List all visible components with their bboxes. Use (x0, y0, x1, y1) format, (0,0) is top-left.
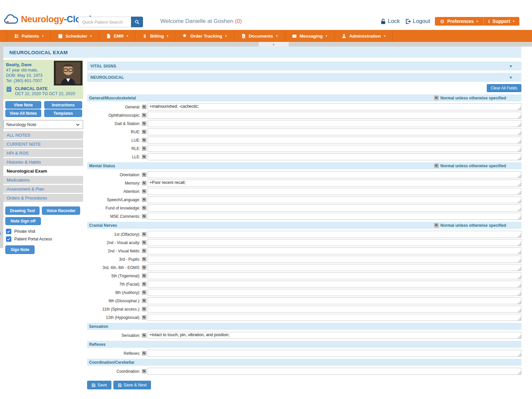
normal-toggle-button[interactable]: N (142, 299, 146, 303)
nav-item-order-tracking[interactable]: Order Tracking▾ (175, 30, 234, 42)
field-input-7th-facial[interactable] (148, 281, 521, 287)
normal-toggle-button[interactable]: N (142, 130, 146, 134)
nav-item-emr[interactable]: EMR▾ (99, 30, 135, 42)
normal-toggle-button[interactable]: N (142, 315, 146, 320)
clear-all-fields-button[interactable]: Clear All Fields (487, 84, 521, 92)
logout-button[interactable]: Logout (405, 18, 430, 25)
view-all-notes-button[interactable]: View All Notes (5, 109, 41, 117)
normal-toggle-button[interactable]: N (142, 173, 146, 177)
field-input-rue[interactable] (148, 129, 521, 135)
normal-toggle-button[interactable]: N (142, 290, 146, 295)
normal-toggle-button[interactable]: N (142, 105, 146, 109)
field-input-11th-spinal-access[interactable] (148, 306, 521, 312)
normal-toggle-button[interactable]: N (142, 138, 146, 142)
field-input-attention[interactable] (148, 188, 521, 195)
voice-recorder-button[interactable]: Voice Recorder (42, 206, 80, 215)
sidebar-item-all-notes[interactable]: ALL NOTES (3, 131, 83, 139)
field-input-12th-hypoglossal[interactable] (148, 314, 521, 321)
search-button[interactable] (131, 17, 143, 27)
normal-toggle-button[interactable]: N (142, 249, 146, 253)
sidebar-item-medications[interactable]: Medications (3, 176, 83, 184)
nav-item-label: Billing (150, 34, 164, 39)
sidebar-item-assessment-plan[interactable]: Assessment & Plan (3, 185, 83, 193)
normal-toggle-button[interactable]: N (142, 121, 146, 126)
field-input-mse-comments[interactable] (148, 213, 521, 219)
collapse-header-button[interactable]: ▲ (259, 42, 289, 47)
nav-item-messaging[interactable]: Messaging▾ (285, 30, 334, 42)
section-neurological[interactable]: NEUROLOGICAL ▼ (87, 73, 521, 82)
normal-toggle-button[interactable]: N (142, 333, 146, 337)
nav-item-scheduler[interactable]: Scheduler▾ (51, 30, 99, 42)
search-input[interactable] (78, 17, 131, 27)
normal-toggle-button[interactable]: N (142, 181, 146, 185)
normal-toggle-button[interactable]: N (142, 274, 146, 278)
field-input-speech-language[interactable] (148, 197, 521, 203)
field-input-sensation[interactable]: +intact to touch, pin, vibration, and po… (148, 332, 521, 338)
field-label-memory: Memory: (87, 181, 141, 186)
sidebar-item-neurological-exam[interactable]: Neurological Exam (3, 167, 83, 175)
field-input-8th-auditory[interactable] (148, 289, 521, 296)
normal-toggle-button[interactable]: N (142, 146, 146, 151)
instructions-button[interactable]: Instructions (44, 101, 82, 109)
normal-toggle-button[interactable]: N (142, 189, 146, 194)
normal-toggle-button[interactable]: N (142, 282, 146, 286)
normal-toggle-button[interactable]: N (142, 257, 146, 261)
save-button[interactable]: Save (87, 381, 111, 389)
field-input-3rd-pupils[interactable] (148, 256, 521, 262)
normal-toggle-button[interactable]: N (142, 198, 146, 202)
note-sign-off-button[interactable]: Note Sign off (5, 217, 41, 225)
save-next-button[interactable]: Save & Next (113, 381, 151, 389)
normal-toggle-button[interactable]: N (142, 307, 146, 311)
field-input-memory[interactable]: +Poor recent recall; (148, 180, 521, 186)
patient-portal-access-checkbox[interactable] (6, 236, 11, 242)
field-input-rle[interactable] (148, 145, 521, 152)
save-icon (118, 383, 122, 387)
field-input-5th-trigeminal[interactable] (148, 273, 521, 279)
field-input-coordination[interactable] (148, 368, 521, 374)
preferences-button[interactable]: ⚙Preferences▾ (435, 17, 483, 26)
nav-item-documents[interactable]: Documents▾ (234, 30, 285, 42)
calendar-icon (6, 86, 12, 92)
field-input-2nd-visual-fields[interactable] (148, 248, 521, 254)
support-button[interactable]: iSupport▾ (483, 17, 519, 26)
templates-button[interactable]: Templates (44, 109, 82, 117)
sign-note-button[interactable]: Sign Note (5, 245, 35, 254)
normal-toggle-button[interactable]: N (142, 351, 146, 355)
section-vital-signs[interactable]: VITAL SIGNS ▼ (87, 62, 521, 70)
sidebar-item-histories-habits[interactable]: Histories & Habits (3, 158, 83, 166)
nav-item-patients[interactable]: Patients▾ (7, 30, 51, 42)
normal-toggle-button[interactable]: N (142, 232, 146, 236)
normal-toggle-button[interactable]: N (142, 240, 146, 245)
normal-toggle-button[interactable]: N (142, 265, 146, 270)
sidebar-item-current-note[interactable]: CURRENT NOTE (3, 140, 83, 148)
field-label-9th-glossophar: 9th (Glossophar.): (87, 299, 141, 303)
field-input-lue[interactable] (148, 137, 521, 143)
sidebar-item-orders-procedures[interactable]: Orders & Procedures (3, 194, 83, 202)
nav-item-billing[interactable]: $Billing▾ (135, 30, 175, 42)
note-type-select[interactable]: Neurology Note (3, 120, 83, 129)
field-input-1st-olfactory[interactable] (148, 231, 521, 237)
view-note-button[interactable]: View Note (5, 101, 41, 109)
field-input-fund-of-knowledge[interactable] (148, 205, 521, 211)
field-input-3rd-4th-6th-eoms[interactable] (148, 264, 521, 271)
nav-item-administration[interactable]: Administration▾ (334, 30, 393, 42)
normal-toggle-button[interactable]: N (142, 155, 146, 159)
normal-toggle-button[interactable]: N (142, 369, 146, 373)
field-input-2nd-visual-acuity[interactable] (148, 239, 521, 246)
field-input-9th-glossophar[interactable] (148, 298, 521, 304)
field-input-general[interactable]: +malnourished; -cachectic; (148, 104, 521, 110)
field-input-reflexes[interactable] (148, 350, 521, 356)
field-input-gait-station[interactable] (148, 120, 521, 127)
caret-up-icon: ▲ (272, 43, 275, 46)
sidebar-collapse-strip[interactable]: › (0, 47, 3, 248)
normal-toggle-button[interactable]: N (142, 206, 146, 210)
sidebar-item-hpi-ros[interactable]: HPI & ROS (3, 149, 83, 157)
field-input-orientation[interactable] (148, 172, 521, 178)
field-input-lle[interactable] (148, 154, 521, 160)
normal-toggle-button[interactable]: N (142, 113, 146, 117)
drawing-tool-button[interactable]: Drawing Tool (5, 206, 40, 215)
normal-toggle-button[interactable]: N (142, 214, 146, 218)
field-input-ophthalmoscopic[interactable] (148, 112, 521, 118)
lock-button[interactable]: Lock (380, 18, 400, 25)
private-visit-checkbox[interactable] (6, 229, 11, 234)
